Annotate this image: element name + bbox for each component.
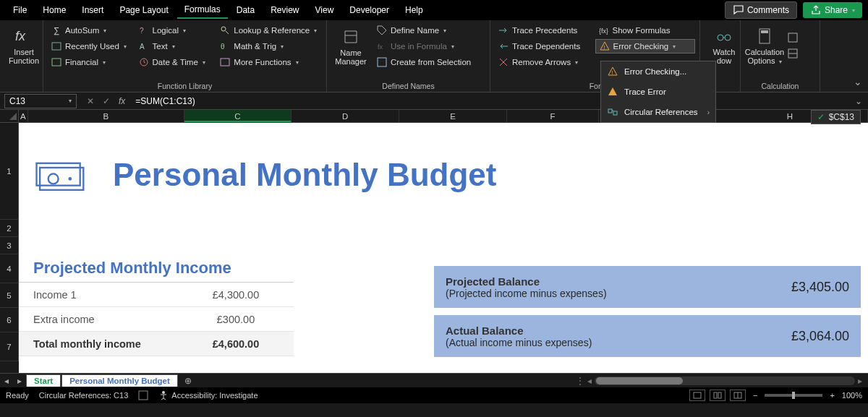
menu-help[interactable]: Help	[398, 2, 430, 18]
tab-nav-prev[interactable]: ◂	[0, 376, 13, 386]
spreadsheet-grid[interactable]: 1 2 3 4 5 6 7 Personal Monthly Budget Pr…	[0, 123, 868, 373]
col-header-a[interactable]: A	[19, 110, 29, 122]
sigma-icon: ∑	[51, 25, 62, 36]
status-circular-ref[interactable]: Circular References: C13	[39, 391, 129, 400]
name-manager-button[interactable]: Name Manager	[331, 23, 370, 69]
col-header-f[interactable]: F	[507, 110, 599, 122]
extra-income-row[interactable]: Extra income £300.00	[19, 307, 294, 332]
create-from-selection-button[interactable]: Create from Selection	[373, 55, 474, 69]
share-button[interactable]: Share ▾	[803, 2, 862, 18]
row-header-2[interactable]: 2	[0, 220, 19, 237]
svg-point-24	[48, 173, 59, 184]
zoom-in-button[interactable]: +	[827, 391, 837, 400]
menu-formulas[interactable]: Formulas	[177, 1, 228, 19]
remove-arrows-button[interactable]: Remove Arrows▾	[495, 55, 592, 69]
date-time-button[interactable]: Date & Time▾	[135, 55, 214, 69]
hscroll-left[interactable]: ◂	[587, 376, 592, 386]
status-bar: Ready Circular References: C13 Accessibi…	[0, 387, 868, 403]
horizontal-scrollbar[interactable]	[595, 377, 855, 385]
circular-reference-popup[interactable]: ✓$C$13	[811, 110, 861, 124]
calculator-icon	[754, 26, 775, 46]
status-accessibility[interactable]: Accessibility: Investigate	[158, 390, 258, 400]
calculate-now-icon[interactable]	[787, 32, 799, 43]
income1-row[interactable]: Income 1 £4,300.00	[19, 283, 294, 307]
dropdown-circular-references[interactable]: Circular References ›	[601, 102, 715, 122]
zoom-slider[interactable]	[765, 394, 822, 397]
row-header-6[interactable]: 6	[0, 308, 19, 332]
lookup-reference-button[interactable]: Lookup & Reference▾	[216, 23, 322, 38]
total-income-row[interactable]: Total monthly income £4,600.00	[19, 332, 294, 356]
select-all-corner[interactable]	[0, 110, 19, 122]
name-box[interactable]: C13▾	[4, 94, 77, 108]
lookup-icon	[219, 25, 231, 36]
menu-data[interactable]: Data	[229, 2, 262, 18]
function-library-label: Function Library	[48, 80, 322, 90]
view-normal-button[interactable]	[689, 390, 705, 401]
hscroll-right[interactable]: ▸	[858, 376, 862, 386]
more-functions-button[interactable]: More Functions▾	[216, 55, 322, 69]
menu-home[interactable]: Home	[35, 2, 73, 18]
row-header-7[interactable]: 7	[0, 332, 19, 361]
zoom-out-button[interactable]: −	[750, 391, 760, 400]
name-manager-icon	[341, 27, 361, 47]
svg-point-13	[718, 35, 723, 40]
comments-button[interactable]: Comments	[725, 1, 797, 19]
projected-balance-box[interactable]: Projected Balance (Projected income minu…	[434, 266, 861, 308]
menu-view[interactable]: View	[308, 2, 341, 18]
menu-review[interactable]: Review	[263, 2, 306, 18]
zoom-level[interactable]: 100%	[842, 391, 862, 400]
status-macro-icon[interactable]	[138, 390, 148, 400]
math-trig-button[interactable]: θMath & Trig▾	[216, 39, 322, 53]
logical-button[interactable]: ?Logical▾	[135, 23, 214, 38]
ribbon-collapse-button[interactable]: ⌄	[854, 76, 862, 87]
error-checking-dropdown: ! Error Checking... Trace Error Circular…	[600, 61, 716, 123]
view-page-break-button[interactable]	[730, 390, 746, 401]
financial-button[interactable]: Financial▾	[48, 55, 132, 69]
tab-split-handle[interactable]: ⋮	[576, 376, 584, 386]
trace-precedents-button[interactable]: Trace Precedents	[495, 23, 592, 38]
show-formulas-button[interactable]: {fx}Show Formulas	[595, 23, 695, 38]
svg-rect-29	[714, 392, 717, 398]
row-header-4[interactable]: 4	[0, 254, 19, 283]
calculate-sheet-icon[interactable]	[787, 48, 799, 59]
sheet-tab-budget[interactable]: Personal Monthly Budget	[61, 374, 178, 387]
page-title: Personal Monthly Budget	[113, 157, 496, 193]
col-header-d[interactable]: D	[292, 110, 399, 122]
error-checking-button[interactable]: !Error Checking▾	[595, 39, 695, 53]
formula-expand-button[interactable]: ⌄	[849, 96, 868, 106]
cancel-formula-button[interactable]: ✕	[84, 96, 97, 106]
add-sheet-button[interactable]: ⊕	[179, 376, 197, 386]
fx-button[interactable]: fx	[116, 96, 128, 106]
view-page-layout-button[interactable]	[710, 390, 726, 401]
define-name-button[interactable]: Define Name▾	[373, 23, 474, 38]
defined-names-label: Defined Names	[331, 80, 485, 90]
menu-insert[interactable]: Insert	[75, 2, 111, 18]
row-header-3[interactable]: 3	[0, 237, 19, 254]
dropdown-trace-error[interactable]: Trace Error	[601, 82, 715, 102]
row-header-5[interactable]: 5	[0, 283, 19, 308]
tab-nav-next[interactable]: ▸	[13, 376, 26, 386]
enter-formula-button[interactable]: ✓	[100, 96, 113, 106]
col-header-b[interactable]: B	[28, 110, 184, 122]
menu-developer[interactable]: Developer	[342, 2, 396, 18]
svg-text:?: ?	[140, 27, 144, 35]
svg-text:{fx}: {fx}	[599, 27, 608, 35]
menu-file[interactable]: File	[6, 2, 34, 18]
income1-value: £4,300.00	[185, 289, 286, 301]
col-header-e[interactable]: E	[399, 110, 507, 122]
formula-input[interactable]: =SUM(C1:C13)	[131, 95, 849, 108]
recently-used-button[interactable]: Recently Used▾	[48, 39, 132, 53]
col-header-c[interactable]: C	[184, 110, 292, 122]
svg-rect-2	[52, 59, 61, 66]
text-button[interactable]: AText▾	[135, 39, 214, 53]
dropdown-error-checking[interactable]: ! Error Checking...	[601, 61, 715, 82]
sheet-tab-start[interactable]: Start	[26, 374, 61, 387]
menu-page-layout[interactable]: Page Layout	[112, 2, 175, 18]
insert-function-button[interactable]: fx Insert Function	[4, 23, 43, 68]
row-header-1[interactable]: 1	[0, 123, 19, 220]
trace-dependents-button[interactable]: Trace Dependents	[495, 39, 592, 53]
autosum-button[interactable]: ∑AutoSum▾	[48, 23, 132, 38]
calculation-options-button[interactable]: Calculation Options ▾	[745, 23, 784, 69]
svg-text:!: !	[612, 69, 613, 76]
actual-balance-box[interactable]: Actual Balance (Actual income minus expe…	[434, 315, 861, 357]
